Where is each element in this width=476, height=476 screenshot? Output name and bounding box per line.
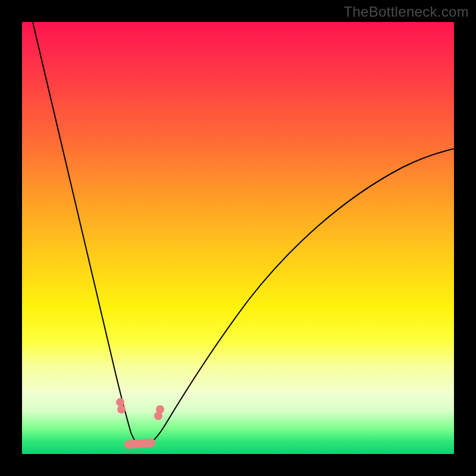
bar-end-left (124, 440, 133, 449)
marker-dot-left-lower (117, 405, 126, 414)
watermark-text: TheBottleneck.com (343, 4, 469, 20)
bar-end-right (147, 439, 155, 447)
curve-left-branch (33, 22, 142, 446)
chart-frame: TheBottleneck.com (0, 0, 476, 476)
plot-background (22, 22, 454, 454)
marker-dot-right-lower (154, 412, 162, 420)
marker-dot-left-upper (116, 398, 124, 406)
curve-right-branch (142, 149, 454, 446)
curve-layer (22, 22, 454, 454)
